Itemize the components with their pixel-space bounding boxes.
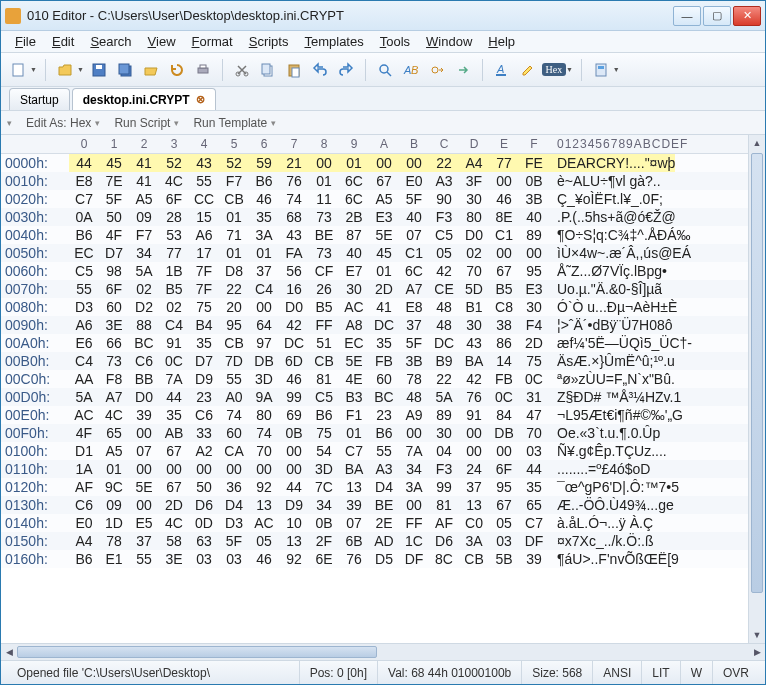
hex-byte[interactable]: 0D (189, 514, 219, 532)
ascii-text[interactable]: ¯œ^gP6'D|.Ô:™7•5 (549, 478, 679, 496)
hex-byte[interactable]: CF (309, 262, 339, 280)
hex-row[interactable]: 00D0h:5AA7D04423A09A99C5B3BC485A760C31Z§… (1, 388, 748, 406)
hex-byte[interactable]: 99 (279, 388, 309, 406)
hex-byte[interactable]: 00 (249, 460, 279, 478)
hex-row[interactable]: 0010h:E87E414C55F7B676016C67E0A33F000Bè~… (1, 172, 748, 190)
hex-byte[interactable]: D3 (69, 298, 99, 316)
hex-byte[interactable]: 3E (99, 316, 129, 334)
ascii-text[interactable]: ¬L95Æt€i¶ñ#©‰'„G (549, 406, 683, 424)
hex-byte[interactable]: C4 (69, 352, 99, 370)
hex-byte[interactable]: 65 (519, 496, 549, 514)
hex-byte[interactable]: 4F (69, 424, 99, 442)
hex-byte[interactable]: 52 (159, 154, 189, 172)
hex-byte[interactable]: 21 (279, 154, 309, 172)
hex-byte[interactable]: EC (69, 244, 99, 262)
hex-byte[interactable]: 8E (489, 208, 519, 226)
hex-byte[interactable]: FB (369, 352, 399, 370)
ascii-text[interactable]: ¦>ˆÄ´•dBÿ¨Ü7H08ô (549, 316, 673, 334)
hex-byte[interactable]: 00 (369, 154, 399, 172)
hex-byte[interactable]: 88 (129, 316, 159, 334)
status-size[interactable]: Size: 568 (522, 661, 593, 684)
hex-byte[interactable]: 75 (189, 298, 219, 316)
hex-byte[interactable]: 11 (309, 190, 339, 208)
hex-byte[interactable]: 04 (429, 442, 459, 460)
hex-byte[interactable]: E0 (399, 172, 429, 190)
hex-byte[interactable]: 75 (309, 424, 339, 442)
hex-byte[interactable]: 41 (129, 154, 159, 172)
hex-byte[interactable]: 58 (159, 532, 189, 550)
hex-byte[interactable]: 3D (249, 370, 279, 388)
cut-icon[interactable] (231, 59, 253, 81)
hex-byte[interactable]: 81 (309, 370, 339, 388)
hex-byte[interactable]: 0B (519, 172, 549, 190)
status-endian[interactable]: LIT (642, 661, 680, 684)
hex-byte[interactable]: 50 (99, 208, 129, 226)
scroll-thumb-horizontal[interactable] (17, 646, 377, 658)
hex-byte[interactable]: 35 (159, 406, 189, 424)
hex-row[interactable]: 0100h:D1A50767A2CA700054C7557A04000003Ñ¥… (1, 442, 748, 460)
hex-byte[interactable]: D4 (219, 496, 249, 514)
hex-byte[interactable]: 80 (459, 208, 489, 226)
hex-row[interactable]: 00E0h:AC4C3935C6748069B6F123A989918447¬L… (1, 406, 748, 424)
hex-row[interactable]: 0030h:0A50092815013568732BE340F3808E40.P… (1, 208, 748, 226)
hex-byte[interactable]: D1 (69, 442, 99, 460)
hex-byte[interactable]: 48 (399, 388, 429, 406)
hex-byte[interactable]: FE (519, 154, 549, 172)
hex-byte[interactable]: 92 (249, 478, 279, 496)
hex-byte[interactable]: 00 (189, 460, 219, 478)
hex-byte[interactable]: 30 (339, 280, 369, 298)
hex-byte[interactable]: 39 (129, 406, 159, 424)
hex-byte[interactable]: F3 (429, 460, 459, 478)
hex-byte[interactable]: 2D (519, 334, 549, 352)
font-color-icon[interactable]: A (491, 59, 513, 81)
hex-byte[interactable]: F4 (519, 316, 549, 334)
hex-byte[interactable]: 74 (249, 424, 279, 442)
hex-byte[interactable]: 86 (489, 334, 519, 352)
ascii-text[interactable]: ìÙ×4w~.æ´Â,,ús@EÁ (549, 244, 691, 262)
hex-byte[interactable]: 5D (459, 280, 489, 298)
hex-byte[interactable]: 68 (279, 208, 309, 226)
hex-byte[interactable]: 7F (189, 280, 219, 298)
hex-byte[interactable]: 5E (369, 226, 399, 244)
hex-byte[interactable]: 5A (69, 388, 99, 406)
hex-byte[interactable]: 2E (369, 514, 399, 532)
hex-byte[interactable]: 00 (129, 496, 159, 514)
hex-byte[interactable]: D7 (189, 352, 219, 370)
hex-byte[interactable]: 00 (309, 154, 339, 172)
hex-byte[interactable]: 2D (159, 496, 189, 514)
hex-byte[interactable]: 48 (429, 298, 459, 316)
ascii-text[interactable]: Å˜Z...Ø7VÏç.lBpg• (549, 262, 667, 280)
hex-byte[interactable]: 01 (309, 172, 339, 190)
hex-byte[interactable]: 91 (159, 334, 189, 352)
hex-byte[interactable]: 00 (459, 442, 489, 460)
hex-byte[interactable]: A3 (369, 460, 399, 478)
hex-byte[interactable]: B6 (69, 550, 99, 568)
hex-byte[interactable]: AB (159, 424, 189, 442)
scroll-thumb-vertical[interactable] (751, 153, 763, 593)
hex-byte[interactable]: 37 (249, 262, 279, 280)
hex-byte[interactable]: 7F (189, 262, 219, 280)
hex-byte[interactable]: EC (339, 334, 369, 352)
hex-byte[interactable]: DC (279, 334, 309, 352)
hex-byte[interactable]: 03 (489, 532, 519, 550)
hex-row[interactable]: 0060h:C5985A1B7FD83756CFE7016C42706795Å˜… (1, 262, 748, 280)
redo-icon[interactable] (335, 59, 357, 81)
menu-tools[interactable]: Tools (372, 32, 418, 51)
hex-byte[interactable]: A7 (99, 388, 129, 406)
ascii-text[interactable]: Æ..-ÖÔ.Ù49¾...ge (549, 496, 674, 514)
hex-byte[interactable]: 03 (189, 550, 219, 568)
hex-row[interactable]: 0130h:C609002DD6D413D93439BE0081136765Æ.… (1, 496, 748, 514)
hex-byte[interactable]: D3 (219, 514, 249, 532)
hex-byte[interactable]: 78 (99, 532, 129, 550)
hex-byte[interactable]: 05 (429, 244, 459, 262)
hex-byte[interactable]: 55 (69, 280, 99, 298)
hex-byte[interactable]: 23 (369, 406, 399, 424)
hex-byte[interactable]: C1 (399, 244, 429, 262)
hex-byte[interactable]: CB (309, 352, 339, 370)
hex-byte[interactable]: BE (369, 496, 399, 514)
hex-byte[interactable]: 31 (519, 388, 549, 406)
hex-byte[interactable]: 3F (459, 172, 489, 190)
hex-byte[interactable]: 46 (279, 370, 309, 388)
hex-byte[interactable]: C6 (189, 406, 219, 424)
save-all-icon[interactable] (114, 59, 136, 81)
